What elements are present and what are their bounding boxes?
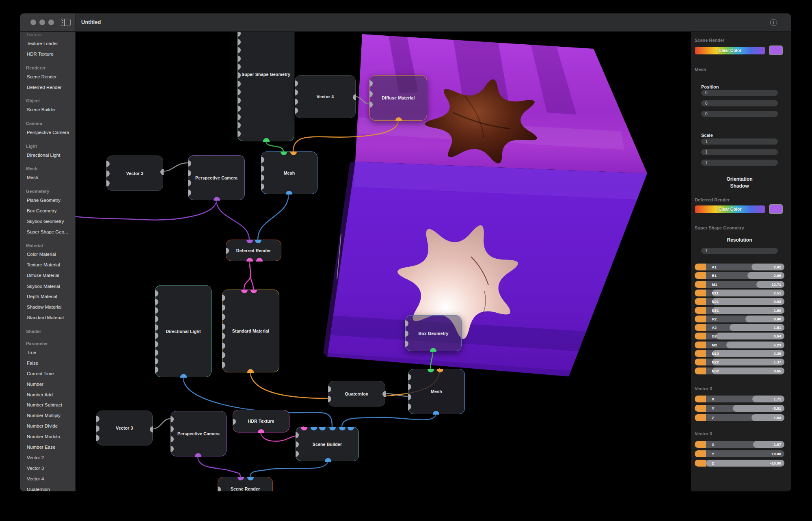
wire[interactable] [198,456,240,477]
input-port[interactable] [155,358,158,364]
input-port[interactable] [171,426,174,432]
color-swatch[interactable] [769,204,783,214]
input-port-orange[interactable] [437,369,443,372]
sidebar-item-standard-material[interactable]: Standard Material [20,314,75,321]
sidebar-item-box-geometry[interactable]: Box Geometry [20,208,75,214]
input-port[interactable] [238,122,241,128]
input-port[interactable] [106,161,110,167]
input-port[interactable] [155,307,158,313]
node-diffuse-material[interactable]: Diffuse Material [369,75,427,121]
slider-super-shape-geometry-b2[interactable]: B20.64 [695,333,784,339]
input-port[interactable] [188,160,191,166]
input-port[interactable] [222,324,225,330]
input-port-blue[interactable] [348,427,354,430]
sidebar-item-current-time[interactable]: Current Time [20,370,75,377]
zoom-button[interactable] [48,19,54,25]
info-icon[interactable]: i [770,19,777,26]
sidebar-item-perspective-camera[interactable]: Perspective Camera [20,129,75,136]
slider-super-shape-geometry-r2[interactable]: R20.98 [695,316,784,322]
slider-handle[interactable] [695,307,706,314]
input-port[interactable] [238,131,241,137]
slider-handle[interactable] [695,342,706,348]
node-perspective-camera[interactable]: Perspective Camera [188,155,245,200]
input-port-green[interactable] [281,151,287,155]
sidebar-item-skybox-geometry[interactable]: Skybox Geometry [20,218,75,225]
input-port[interactable] [261,175,264,181]
wire[interactable] [250,461,328,477]
sidebar-item-number-add[interactable]: Number Add [20,391,75,398]
node-box-geometry[interactable]: Box Geometry [405,315,462,351]
output-port-gray[interactable] [382,391,386,397]
input-port[interactable] [171,416,174,422]
slider-super-shape-geometry-a1[interactable]: A12.92 [695,264,784,270]
clear-color-button[interactable]: Clear Color [695,47,765,54]
slider-super-shape-geometry-b1[interactable]: B12.65 [695,272,784,279]
input-port[interactable] [155,316,158,322]
slider-handle[interactable] [695,350,706,357]
node-deferred-render[interactable]: Deferred Render [226,240,281,261]
output-port-gray[interactable] [353,94,356,100]
sidebar-item-number-ease[interactable]: Number Ease [20,444,75,450]
input-port[interactable] [188,180,191,186]
input-port[interactable] [238,72,241,78]
node-vector-4[interactable]: Vector 4 [295,75,356,118]
input-port[interactable] [408,384,411,390]
input-port[interactable] [405,341,408,347]
wire[interactable] [75,200,216,220]
input-port[interactable] [155,367,158,373]
output-port-gray[interactable] [150,426,153,432]
sidebar-item-super-shape-geo[interactable]: Super Shape Geo... [20,229,75,235]
input-port[interactable] [222,314,225,320]
sidebar-item-quaternion[interactable]: Quaternion [20,486,75,491]
output-port-purple[interactable] [195,453,201,457]
slider-super-shape-geometry-n12[interactable]: N122.39 [695,350,784,357]
sidebar-item-vector-3[interactable]: Vector 3 [20,465,75,471]
node-standard-material[interactable]: Standard Material [222,290,279,372]
input-port[interactable] [222,295,225,301]
node-scene-builder[interactable]: Scene Builder [296,427,359,461]
slider-super-shape-geometry-n11[interactable]: N112.51 [695,290,784,296]
output-port-blue[interactable] [325,458,331,462]
input-port[interactable] [408,404,411,410]
node-vector-3[interactable]: Vector 3 [96,411,153,445]
slider-vector-3-874-x[interactable]: X1.71 [695,396,784,402]
input-port[interactable] [328,396,331,402]
node-mesh[interactable]: Mesh [408,369,465,414]
input-port[interactable] [222,333,225,339]
scale-input-0[interactable]: 1 [701,138,778,145]
minimize-button[interactable] [39,19,45,25]
slider-vector-3-985-y[interactable]: Y10.00 [695,450,784,457]
input-port[interactable] [238,89,241,95]
input-port[interactable] [106,171,110,177]
sidebar-item-vector-2[interactable]: Vector 2 [20,454,75,461]
input-port[interactable] [155,290,158,296]
slider-handle[interactable] [695,414,706,421]
slider-handle[interactable] [695,272,706,279]
wire[interactable] [342,414,436,427]
input-port[interactable] [295,108,298,114]
wire[interactable] [249,261,253,290]
sidebar-item-number-multiply[interactable]: Number Multiply [20,412,75,419]
slider-super-shape-geometry-n22[interactable]: N221.37 [695,359,784,365]
slider-handle[interactable] [695,290,706,296]
input-port[interactable] [238,114,241,120]
sidebar-item-deferred-render[interactable]: Deferred Render [20,84,75,91]
node-mesh[interactable]: Mesh [261,151,317,194]
slider-handle[interactable] [695,264,706,270]
node-quaternion[interactable]: Quaternion [328,381,385,406]
slider-super-shape-geometry-n32[interactable]: N320.65 [695,368,784,374]
input-port-pink[interactable] [301,427,307,430]
output-port-green[interactable] [430,348,436,352]
slider-super-shape-geometry-m1[interactable]: M112.71 [695,281,784,288]
label-orientation[interactable]: Orientation [695,176,784,182]
input-port-green[interactable] [428,369,434,372]
slider-handle[interactable] [695,316,706,322]
input-port[interactable] [295,99,298,105]
input-port-pink[interactable] [251,290,257,293]
output-port-green[interactable] [263,138,270,142]
slider-handle[interactable] [695,359,706,365]
input-port-blue[interactable] [247,477,254,480]
input-port[interactable] [155,341,158,347]
sidebar-item-scene-builder[interactable]: Scene Builder [20,106,75,113]
wire[interactable] [163,163,188,171]
